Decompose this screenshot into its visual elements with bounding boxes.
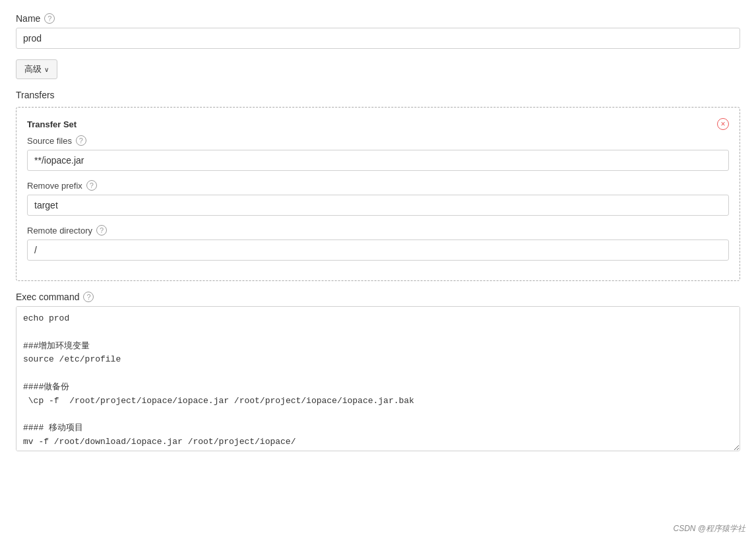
remote-directory-help-icon[interactable]: ? (96, 225, 107, 236)
source-files-label: Source files ? (27, 135, 729, 146)
exec-command-group: Exec command ? (16, 292, 740, 453)
advanced-button[interactable]: 高级 ∨ (16, 59, 57, 79)
name-input[interactable] (16, 28, 740, 49)
remote-directory-label-text: Remote directory (27, 226, 92, 236)
transfer-set-container: Transfer Set × Source files ? Remove pre… (16, 107, 740, 281)
remove-prefix-label: Remove prefix ? (27, 180, 729, 191)
remove-icon: × (720, 120, 725, 128)
name-label-text: Name (16, 13, 40, 24)
remove-prefix-label-text: Remove prefix (27, 181, 82, 191)
remote-directory-input[interactable] (27, 239, 729, 261)
source-files-help-icon[interactable]: ? (76, 135, 86, 146)
remote-directory-label: Remote directory ? (27, 225, 729, 236)
remote-directory-group: Remote directory ? (27, 225, 729, 261)
transfer-set-remove-button[interactable]: × (717, 118, 729, 130)
name-help-icon[interactable]: ? (44, 13, 55, 24)
advanced-label: 高级 (24, 63, 42, 75)
watermark: CSDN @程序猿学社 (673, 523, 745, 534)
source-files-input[interactable] (27, 150, 729, 171)
exec-command-label: Exec command ? (16, 292, 740, 302)
name-label: Name ? (16, 13, 740, 24)
remove-prefix-group: Remove prefix ? (27, 180, 729, 216)
remove-prefix-help-icon[interactable]: ? (86, 180, 97, 191)
source-files-label-text: Source files (27, 136, 72, 146)
source-files-group: Source files ? (27, 135, 729, 171)
transfer-set-title: Transfer Set (27, 119, 77, 129)
exec-command-help-icon[interactable]: ? (83, 292, 94, 302)
exec-command-label-text: Exec command (16, 292, 79, 302)
transfers-section-title: Transfers (16, 90, 740, 100)
exec-command-textarea[interactable] (16, 306, 740, 451)
transfer-set-header: Transfer Set × (27, 118, 729, 130)
chevron-down-icon: ∨ (44, 66, 49, 73)
remove-prefix-input[interactable] (27, 195, 729, 216)
name-field-group: Name ? (16, 13, 740, 49)
